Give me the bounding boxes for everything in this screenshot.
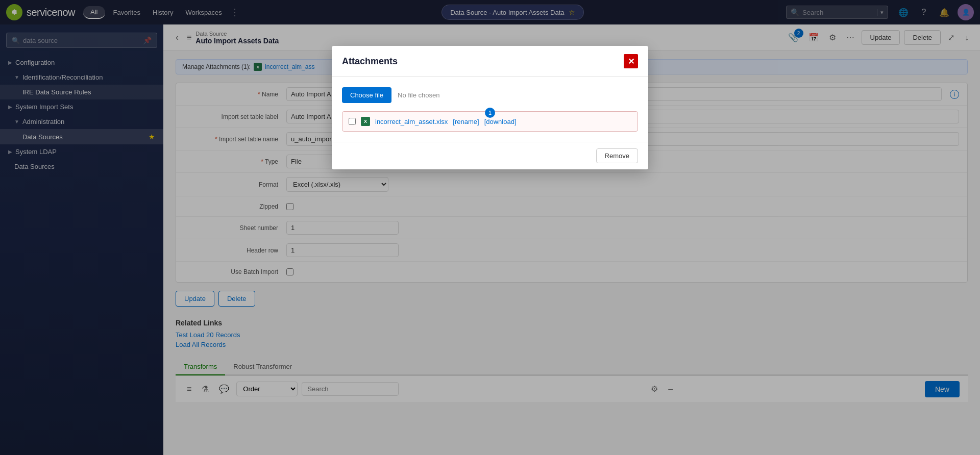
choose-file-row: Choose file No file chosen (342, 87, 638, 103)
download-link[interactable]: [download] (484, 118, 517, 125)
choose-file-button[interactable]: Choose file (342, 87, 391, 103)
modal-close-button[interactable]: ✕ (624, 54, 638, 68)
attachments-modal: Attachments ✕ Choose file No file chosen… (332, 46, 648, 169)
attachment-filename-link[interactable]: incorrect_alm_asset.xlsx (375, 118, 448, 125)
modal-overlay[interactable]: Attachments ✕ Choose file No file chosen… (0, 0, 980, 455)
attachment-row: X incorrect_alm_asset.xlsx [rename] [dow… (342, 111, 638, 132)
modal-footer: Remove (332, 142, 648, 169)
rename-link[interactable]: [rename] (453, 118, 479, 125)
no-file-text: No file chosen (398, 91, 439, 99)
attachment-excel-icon: X (361, 117, 370, 126)
modal-title: Attachments (342, 56, 398, 67)
attachment-notification-badge: 1 (485, 108, 495, 118)
modal-header: Attachments ✕ (332, 46, 648, 77)
attachment-checkbox[interactable] (349, 118, 356, 125)
modal-body: Choose file No file chosen X incorrect_a… (332, 77, 648, 142)
remove-button[interactable]: Remove (596, 148, 638, 163)
